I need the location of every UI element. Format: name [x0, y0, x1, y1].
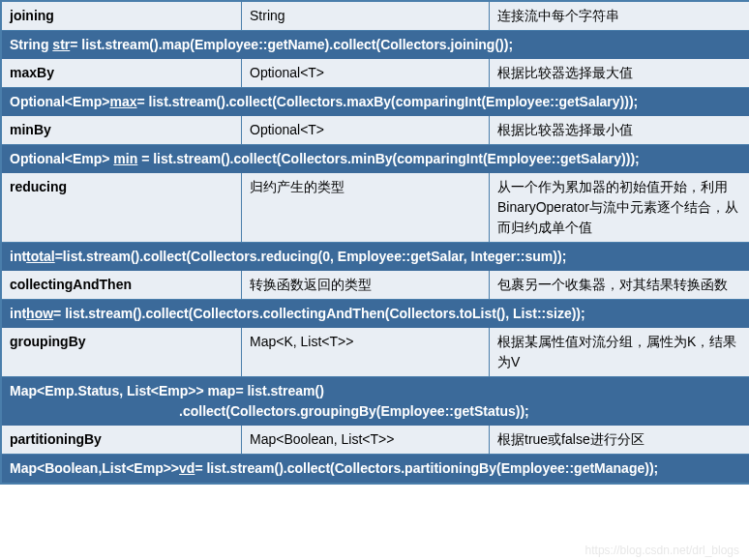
method-name: joining — [2, 2, 242, 30]
return-type: Map<Boolean, List<T>> — [242, 426, 490, 454]
method-name: maxBy — [2, 59, 242, 87]
return-type: Optional<T> — [242, 59, 490, 87]
code-example: Optional<Emp>max= list.stream().collect(… — [2, 88, 749, 116]
code-example: Map<Emp.Status, List<Emp>> map= list.str… — [2, 377, 749, 426]
return-type: Optional<T> — [242, 116, 490, 144]
method-name: groupingBy — [2, 328, 242, 376]
return-type: 归约产生的类型 — [242, 173, 490, 242]
code-example: String str= list.stream().map(Employee::… — [2, 31, 749, 59]
method-name: partitioningBy — [2, 426, 242, 454]
code-example: inttotal=list.stream().collect(Collector… — [2, 243, 749, 271]
description: 包裹另一个收集器，对其结果转换函数 — [490, 271, 749, 299]
description: 从一个作为累加器的初始值开始，利用BinaryOperator与流中元素逐个结合… — [490, 173, 749, 242]
method-name: minBy — [2, 116, 242, 144]
watermark: https://blog.csdn.net/drl_blogs — [585, 544, 739, 557]
code-example: inthow= list.stream().collect(Collectors… — [2, 300, 749, 328]
collectors-table: joining String 连接流中每个字符串 String str= lis… — [0, 0, 749, 485]
return-type: 转换函数返回的类型 — [242, 271, 490, 299]
description: 根据某属性值对流分组，属性为K，结果为V — [490, 328, 749, 376]
method-name: collectingAndThen — [2, 271, 242, 299]
description: 根据比较器选择最小值 — [490, 116, 749, 144]
code-example: Optional<Emp> min = list.stream().collec… — [2, 145, 749, 173]
return-type: Map<K, List<T>> — [242, 328, 490, 376]
description: 根据比较器选择最大值 — [490, 59, 749, 87]
method-name: reducing — [2, 173, 242, 242]
code-example: Map<Boolean,List<Emp>>vd= list.stream().… — [2, 455, 749, 483]
return-type: String — [242, 2, 490, 30]
description: 根据true或false进行分区 — [490, 426, 749, 454]
description: 连接流中每个字符串 — [490, 2, 749, 30]
